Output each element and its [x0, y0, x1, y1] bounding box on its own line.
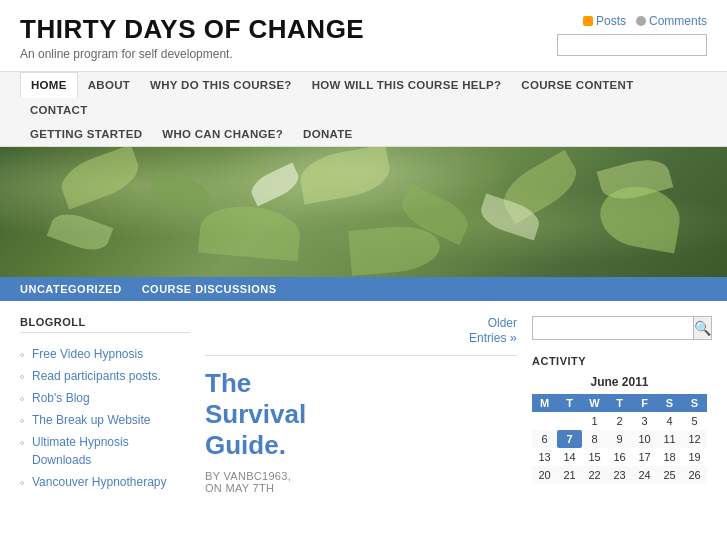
- activity-title: ACTIVITY: [532, 355, 707, 367]
- post-divider: [205, 355, 517, 356]
- search-box: 🔍: [532, 316, 707, 340]
- search-input[interactable]: [532, 316, 694, 340]
- table-row: 15: [582, 448, 607, 466]
- cat-course-discussions[interactable]: COURSE DISCUSSIONS: [142, 283, 277, 295]
- list-item: Free Video Hypnosis: [20, 343, 190, 365]
- table-row: 19: [682, 448, 707, 466]
- header-search-container: [557, 34, 707, 56]
- table-row: 2: [607, 412, 632, 430]
- site-subtitle: An online program for self development.: [20, 47, 364, 61]
- cat-uncategorized[interactable]: UNCATEGORIZED: [20, 283, 122, 295]
- table-row: 4: [657, 412, 682, 430]
- search-button[interactable]: 🔍: [694, 316, 712, 340]
- nav-why[interactable]: WHY DO THIS COURSE?: [140, 73, 302, 97]
- older-entries-link[interactable]: Older Entries »: [469, 316, 517, 345]
- category-bar: UNCATEGORIZED COURSE DISCUSSIONS: [0, 277, 727, 301]
- header-search-input[interactable]: [557, 34, 707, 56]
- header: THIRTY DAYS OF CHANGE An online program …: [0, 0, 727, 61]
- center-content: Older Entries » The Survival Guide. BY V…: [205, 316, 517, 494]
- blogroll-link-2[interactable]: Read participants posts.: [32, 369, 161, 383]
- older-entries: Older Entries »: [205, 316, 517, 345]
- table-row: [532, 412, 557, 430]
- calendar-today: 7: [557, 430, 582, 448]
- table-row: 22: [582, 466, 607, 484]
- table-row: 23: [607, 466, 632, 484]
- main-content: BLOGROLL Free Video Hypnosis Read partic…: [0, 301, 727, 509]
- list-item: Ultimate Hypnosis Downloads: [20, 431, 190, 471]
- nav-contact[interactable]: CONTACT: [20, 98, 97, 122]
- table-row: 8: [582, 430, 607, 448]
- cal-header-t1: T: [557, 394, 582, 412]
- site-title: THIRTY DAYS OF CHANGE: [20, 14, 364, 45]
- posts-feed-link[interactable]: Posts: [583, 14, 626, 28]
- blogroll-link-4[interactable]: The Break up Website: [32, 413, 151, 427]
- table-row: 6: [532, 430, 557, 448]
- table-row: 1: [582, 412, 607, 430]
- post-title: The Survival Guide.: [205, 368, 517, 462]
- calendar-month: June 2011: [532, 375, 707, 394]
- nav-how[interactable]: HOW WILL THIS COURSE HELP?: [302, 73, 512, 97]
- table-row: 24: [632, 466, 657, 484]
- table-row: 20: [532, 466, 557, 484]
- nav-who-can-change[interactable]: WHO CAN CHANGE?: [152, 122, 293, 146]
- cal-header-f: F: [632, 394, 657, 412]
- table-row: 3: [632, 412, 657, 430]
- nav-about[interactable]: ABOUT: [78, 73, 140, 97]
- table-row: 11: [657, 430, 682, 448]
- table-row: 5: [682, 412, 707, 430]
- table-row: 9: [607, 430, 632, 448]
- comments-feed-link[interactable]: Comments: [636, 14, 707, 28]
- nav-getting-started[interactable]: GETTING STARTED: [20, 122, 152, 146]
- table-row: 10: [632, 430, 657, 448]
- table-row: 16: [607, 448, 632, 466]
- hero-image: [0, 147, 727, 277]
- blogroll-list: Free Video Hypnosis Read participants po…: [20, 343, 190, 493]
- search-icon: 🔍: [694, 320, 711, 336]
- cal-header-t2: T: [607, 394, 632, 412]
- table-row: 25: [657, 466, 682, 484]
- sidebar-right: 🔍 ACTIVITY June 2011 M T W T F S S: [532, 316, 707, 494]
- sidebar-left: BLOGROLL Free Video Hypnosis Read partic…: [20, 316, 190, 494]
- list-item: The Break up Website: [20, 409, 190, 431]
- cal-header-s2: S: [682, 394, 707, 412]
- table-row: [557, 412, 582, 430]
- navigation: HOME ABOUT WHY DO THIS COURSE? HOW WILL …: [0, 71, 727, 147]
- table-row: 26: [682, 466, 707, 484]
- nav-row-2: GETTING STARTED WHO CAN CHANGE? DONATE: [20, 122, 707, 146]
- site-branding: THIRTY DAYS OF CHANGE An online program …: [20, 14, 364, 61]
- rss-icon: [583, 16, 593, 26]
- cal-header-s1: S: [657, 394, 682, 412]
- blogroll-title: BLOGROLL: [20, 316, 190, 333]
- blogroll-link-5[interactable]: Ultimate Hypnosis Downloads: [32, 435, 129, 467]
- table-row: 14: [557, 448, 582, 466]
- blogroll-link-1[interactable]: Free Video Hypnosis: [32, 347, 143, 361]
- list-item: Rob's Blog: [20, 387, 190, 409]
- blogroll-link-3[interactable]: Rob's Blog: [32, 391, 90, 405]
- table-row: 13: [532, 448, 557, 466]
- nav-content[interactable]: COURSE CONTENT: [511, 73, 643, 97]
- cal-header-m: M: [532, 394, 557, 412]
- table-row: 21: [557, 466, 582, 484]
- header-right: Posts Comments: [557, 14, 707, 56]
- calendar: June 2011 M T W T F S S: [532, 375, 707, 484]
- nav-donate[interactable]: DONATE: [293, 122, 363, 146]
- table-row: 12: [682, 430, 707, 448]
- list-item: Read participants posts.: [20, 365, 190, 387]
- blogroll-link-6[interactable]: Vancouver Hypnotherapy: [32, 475, 167, 489]
- nav-home[interactable]: HOME: [20, 72, 78, 98]
- feed-links: Posts Comments: [583, 14, 707, 28]
- nav-row-1: HOME ABOUT WHY DO THIS COURSE? HOW WILL …: [20, 72, 707, 122]
- bubble-icon: [636, 16, 646, 26]
- post-meta: BY VANBC1963, ON MAY 7TH: [205, 470, 517, 494]
- table-row: 18: [657, 448, 682, 466]
- list-item: Vancouver Hypnotherapy: [20, 471, 190, 493]
- table-row: 17: [632, 448, 657, 466]
- cal-header-w: W: [582, 394, 607, 412]
